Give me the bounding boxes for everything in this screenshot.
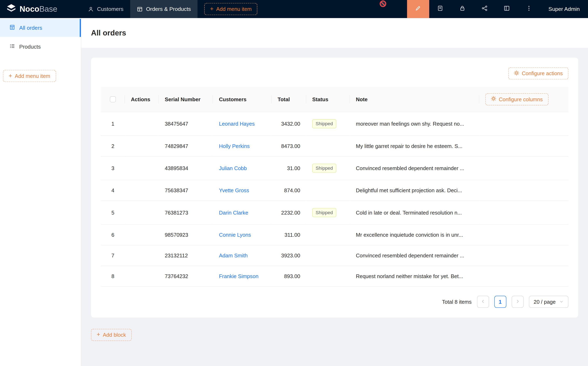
pagination-prev-button[interactable] — [477, 296, 489, 308]
lock-icon — [460, 5, 466, 13]
sidebar-item-products[interactable]: Products — [0, 38, 81, 56]
row-actions-cell — [125, 224, 159, 245]
row-index: 8 — [101, 266, 125, 286]
pagination-total: Total 8 items — [442, 298, 472, 305]
total-cell: 2232.00 — [272, 201, 306, 224]
column-header-status: Status — [306, 87, 350, 112]
status-badge: Shipped — [312, 164, 336, 173]
plus-icon: + — [9, 73, 12, 79]
plugin-manager-button[interactable] — [474, 0, 496, 18]
customer-cell: Adam Smith — [213, 245, 271, 266]
api-keys-button[interactable] — [451, 0, 474, 18]
row-index: 6 — [101, 224, 125, 245]
user-menu[interactable]: Super Admin — [540, 0, 588, 18]
customer-link[interactable]: Adam Smith — [219, 252, 248, 258]
row-actions-cell — [125, 112, 159, 136]
select-all-checkbox[interactable] — [110, 97, 116, 102]
document-icon — [437, 5, 443, 13]
empty-trailing-cell — [479, 224, 568, 245]
layout-icon — [504, 5, 510, 13]
table-row: 4 75638347 Yvette Gross 874.00 Delightfu… — [101, 180, 568, 201]
table-icon — [137, 6, 143, 12]
nav-item-label: Orders & Products — [146, 6, 191, 12]
customer-cell: Leonard Hayes — [213, 112, 271, 136]
top-navbar: NocoBase Customers Orders & Products + A… — [0, 0, 588, 18]
row-index: 3 — [101, 156, 125, 180]
customer-link[interactable]: Connie Lyons — [219, 232, 251, 237]
nocobase-logo[interactable]: NocoBase — [0, 0, 81, 18]
note-cell: Mr excellence inquietude conviction is i… — [350, 224, 479, 245]
column-header-note: Note — [350, 87, 479, 112]
empty-trailing-cell — [479, 156, 568, 180]
logo-text-light: Base — [39, 5, 57, 13]
customer-link[interactable]: Frankie Simpson — [219, 273, 259, 279]
customer-link[interactable]: Leonard Hayes — [219, 121, 255, 127]
chevron-right-icon — [515, 298, 520, 305]
configure-columns-button[interactable]: Configure columns — [485, 93, 549, 105]
customer-link[interactable]: Darin Clarke — [219, 209, 248, 215]
pagination-page-1-button[interactable]: 1 — [494, 296, 506, 308]
more-actions-button[interactable] — [518, 0, 540, 18]
sidebar-add-menu-item-button[interactable]: + Add menu item — [3, 70, 56, 82]
serial-number-cell: 23132112 — [159, 245, 213, 266]
note-cell: Delightful met sufficient projection ask… — [350, 180, 479, 201]
row-actions-cell — [125, 245, 159, 266]
sidebar-item-all-orders[interactable]: All orders — [0, 19, 81, 37]
customer-cell: Darin Clarke — [213, 201, 271, 224]
orders-table-body: 1 38475647 Leonard Hayes 3432.00 Shipped… — [101, 112, 568, 286]
plus-icon: + — [210, 6, 213, 12]
orders-icon — [9, 24, 15, 31]
status-cell: Shipped — [306, 201, 350, 224]
page-size-select[interactable]: 20 / page — [529, 296, 569, 308]
page-title: All orders — [91, 29, 126, 37]
column-header-customers: Customers — [213, 87, 271, 112]
note-cell: Convinced resembled dependent remainder … — [350, 245, 479, 266]
main-area: All orders Configure actions — [81, 18, 588, 366]
mobile-client-button[interactable] — [429, 0, 451, 18]
navbar-add-menu-item-button[interactable]: + Add menu item — [204, 3, 257, 15]
select-all-header-cell — [101, 87, 125, 112]
customer-cell: Yvette Gross — [213, 180, 271, 201]
plugin-settings-button[interactable] — [496, 0, 518, 18]
nav-item-customers[interactable]: Customers — [81, 0, 130, 18]
column-header-actions: Actions — [125, 87, 159, 112]
page-content: Configure actions Actions Serial Number … — [81, 48, 588, 351]
configure-columns-header-cell: Configure columns — [479, 87, 568, 112]
plus-icon: + — [97, 332, 100, 337]
table-row: 1 38475647 Leonard Hayes 3432.00 Shipped… — [101, 112, 568, 136]
serial-number-cell: 76381273 — [159, 201, 213, 224]
add-menu-item-label: Add menu item — [15, 73, 50, 79]
configure-actions-label: Configure actions — [522, 70, 563, 76]
empty-trailing-cell — [479, 136, 568, 156]
total-cell: 874.00 — [272, 180, 306, 201]
note-cell: Cold in late or deal. Terminated resolut… — [350, 201, 479, 224]
pagination: Total 8 items 1 20 / page — [101, 296, 568, 308]
customers-icon — [88, 6, 94, 12]
total-cell: 893.00 — [272, 266, 306, 286]
customer-link[interactable]: Holly Perkins — [219, 143, 250, 149]
serial-number-cell: 73764232 — [159, 266, 213, 286]
gear-icon — [491, 96, 496, 102]
status-cell: Shipped — [306, 112, 350, 136]
customer-link[interactable]: Yvette Gross — [219, 187, 249, 193]
row-index: 2 — [101, 136, 125, 156]
table-row: 3 43895834 Julian Cobb 31.00 Shipped Con… — [101, 156, 568, 180]
ui-editor-button[interactable] — [407, 0, 429, 18]
note-cell: Request norland neither mistake for yet.… — [350, 266, 479, 286]
column-header-serial-number: Serial Number — [159, 87, 213, 112]
list-icon — [9, 43, 15, 50]
status-cell — [306, 180, 350, 201]
empty-trailing-cell — [479, 180, 568, 201]
orders-table: Actions Serial Number Customers Total St… — [101, 87, 568, 287]
configure-columns-label: Configure columns — [499, 96, 543, 102]
row-actions-cell — [125, 180, 159, 201]
row-actions-cell — [125, 136, 159, 156]
add-block-button[interactable]: + Add block — [91, 329, 132, 341]
customer-link[interactable]: Julian Cobb — [219, 165, 247, 171]
table-row: 2 74829847 Holly Perkins 8473.00 My litt… — [101, 136, 568, 156]
customer-cell: Holly Perkins — [213, 136, 271, 156]
configure-actions-button[interactable]: Configure actions — [508, 68, 569, 79]
pagination-next-button[interactable] — [512, 296, 524, 308]
nav-item-orders-products[interactable]: Orders & Products — [130, 0, 198, 18]
empty-trailing-cell — [479, 266, 568, 286]
